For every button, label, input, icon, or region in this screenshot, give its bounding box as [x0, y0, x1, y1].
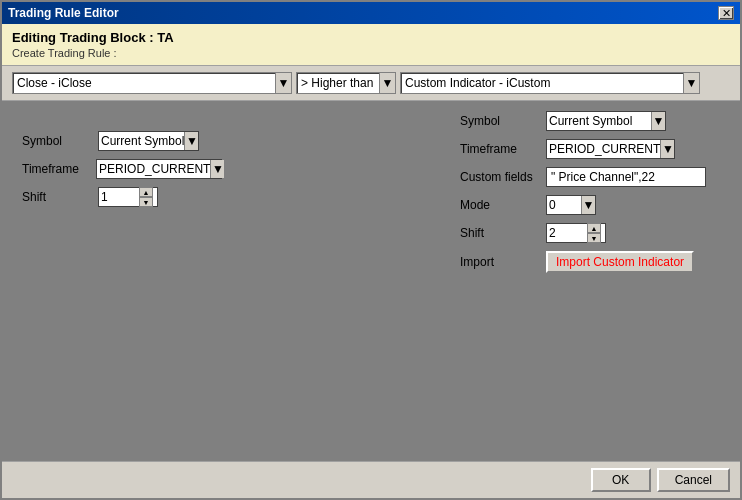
right-symbol-label: Symbol: [460, 114, 540, 128]
right-timeframe-row: Timeframe PERIOD_CURRENT ▼: [460, 139, 720, 159]
toolbar-row: Close - iClose ▼ > Higher than ▼ Custom …: [2, 66, 740, 101]
right-shift-spinner[interactable]: ▲ ▼: [546, 223, 606, 243]
left-symbol-value: Current Symbol: [101, 134, 184, 148]
left-shift-up[interactable]: ▲: [139, 187, 153, 197]
left-timeframe-dropdown[interactable]: PERIOD_CURRENT ▼: [96, 159, 222, 179]
right-shift-label: Shift: [460, 226, 540, 240]
right-mode-value: 0: [549, 198, 556, 212]
right-shift-row: Shift ▲ ▼: [460, 223, 720, 243]
header-area: Editing Trading Block : TA Create Tradin…: [2, 24, 740, 66]
right-shift-up[interactable]: ▲: [587, 223, 601, 233]
right-symbol-value: Current Symbol: [549, 114, 632, 128]
right-import-row: Import Import Custom Indicator: [460, 251, 720, 273]
right-custom-fields-input[interactable]: [546, 167, 706, 187]
content-area: Symbol Current Symbol ▼ Timeframe PERIOD…: [2, 101, 740, 461]
right-mode-label: Mode: [460, 198, 540, 212]
title-bar: Trading Rule Editor ✕: [2, 2, 740, 24]
right-symbol-row: Symbol Current Symbol ▼: [460, 111, 720, 131]
header-subtitle: Create Trading Rule :: [12, 47, 730, 59]
left-shift-input[interactable]: [99, 188, 139, 206]
right-condition-dropdown[interactable]: Custom Indicator - iCustom ▼: [400, 72, 700, 94]
left-condition-value: Close - iClose: [17, 76, 275, 90]
close-button[interactable]: ✕: [718, 6, 734, 20]
right-custom-fields-label: Custom fields: [460, 170, 540, 184]
left-symbol-label: Symbol: [22, 134, 92, 148]
header-title: Editing Trading Block : TA: [12, 30, 730, 45]
right-mode-dropdown[interactable]: 0 ▼: [546, 195, 596, 215]
right-timeframe-label: Timeframe: [460, 142, 540, 156]
right-condition-value: Custom Indicator - iCustom: [405, 76, 683, 90]
left-symbol-row: Symbol Current Symbol ▼: [22, 131, 222, 151]
footer-area: OK Cancel: [2, 461, 740, 498]
left-timeframe-value: PERIOD_CURRENT: [99, 162, 210, 176]
right-mode-row: Mode 0 ▼: [460, 195, 720, 215]
operator-value: > Higher than: [301, 76, 379, 90]
right-timeframe-value: PERIOD_CURRENT: [549, 142, 660, 156]
left-shift-label: Shift: [22, 190, 92, 204]
right-condition-arrow: ▼: [683, 73, 699, 93]
left-timeframe-arrow: ▼: [210, 160, 224, 178]
window-title: Trading Rule Editor: [8, 6, 119, 20]
right-import-label: Import: [460, 255, 540, 269]
import-custom-indicator-button[interactable]: Import Custom Indicator: [546, 251, 694, 273]
left-symbol-arrow: ▼: [184, 132, 198, 150]
left-condition-arrow: ▼: [275, 73, 291, 93]
right-symbol-arrow: ▼: [651, 112, 665, 130]
left-shift-row: Shift ▲ ▼: [22, 187, 222, 207]
right-shift-down[interactable]: ▼: [587, 233, 601, 243]
right-timeframe-arrow: ▼: [660, 140, 674, 158]
right-mode-arrow: ▼: [581, 196, 595, 214]
left-timeframe-row: Timeframe PERIOD_CURRENT ▼: [22, 159, 222, 179]
right-custom-fields-row: Custom fields: [460, 167, 720, 187]
right-shift-input[interactable]: [547, 224, 587, 242]
left-shift-spinner[interactable]: ▲ ▼: [98, 187, 158, 207]
right-panel: Symbol Current Symbol ▼ Timeframe PERIOD…: [460, 111, 720, 281]
right-symbol-dropdown[interactable]: Current Symbol ▼: [546, 111, 666, 131]
ok-button[interactable]: OK: [591, 468, 651, 492]
operator-arrow: ▼: [379, 73, 395, 93]
cancel-button[interactable]: Cancel: [657, 468, 730, 492]
left-symbol-dropdown[interactable]: Current Symbol ▼: [98, 131, 199, 151]
window: Trading Rule Editor ✕ Editing Trading Bl…: [0, 0, 742, 500]
operator-dropdown[interactable]: > Higher than ▼: [296, 72, 396, 94]
left-timeframe-label: Timeframe: [22, 162, 90, 176]
left-panel: Symbol Current Symbol ▼ Timeframe PERIOD…: [22, 131, 222, 215]
left-shift-buttons: ▲ ▼: [139, 187, 153, 207]
right-timeframe-dropdown[interactable]: PERIOD_CURRENT ▼: [546, 139, 675, 159]
left-condition-dropdown[interactable]: Close - iClose ▼: [12, 72, 292, 94]
left-shift-down[interactable]: ▼: [139, 197, 153, 207]
right-shift-buttons: ▲ ▼: [587, 223, 601, 243]
